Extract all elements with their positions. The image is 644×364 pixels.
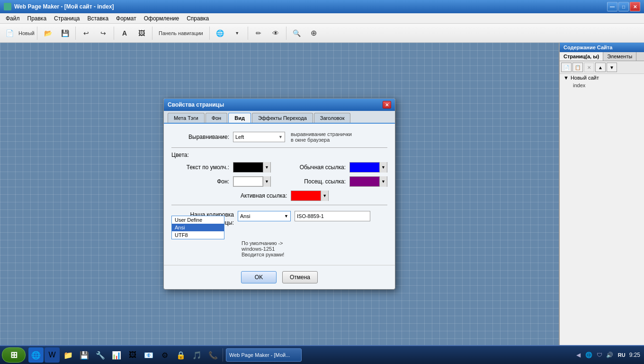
visited-link-arrow[interactable]: ▼ (379, 176, 387, 187)
visited-link-label: Посещ. ссылка: (304, 178, 346, 185)
tab-effects[interactable]: Эффекты Перехода (252, 113, 313, 123)
systray: ◀ 🌐 🛡 🔊 RU 9:25 (574, 351, 642, 359)
menu-page[interactable]: Страница (50, 14, 83, 23)
publish-arrow-button[interactable]: ▼ (230, 26, 245, 41)
background-row: Фон: ▼ (171, 176, 296, 187)
right-tab-pages[interactable]: Страниц(а, ы) (560, 52, 603, 61)
colors-label: Цвета: (171, 152, 189, 158)
tab-view[interactable]: Вид (228, 113, 251, 123)
taskbar-app9[interactable]: 📧 (141, 347, 156, 363)
taskbar-app10[interactable]: ⚙ (157, 347, 172, 363)
enc-option-user-define[interactable]: User Define (172, 216, 224, 224)
publish-button[interactable]: 🌐 (213, 26, 228, 41)
taskbar-app6[interactable]: 🔧 (93, 347, 108, 363)
active-link-arrow[interactable]: ▼ (321, 191, 328, 201)
edit-button[interactable]: ✏ (251, 26, 266, 41)
tree-site-parent: ▼ Новый сайт (560, 74, 644, 82)
active-link-picker[interactable]: ▼ (291, 191, 329, 201)
nav-panel-button[interactable]: Панель навигации (155, 26, 206, 41)
redo-button[interactable]: ↪ (96, 26, 111, 41)
rp-down-button[interactable]: ▼ (607, 63, 617, 72)
taskbar-app12[interactable]: 🎵 (189, 347, 205, 363)
encoding-combo[interactable]: Ansi ▼ (238, 211, 291, 221)
rp-new-button[interactable]: 📄 (561, 63, 572, 72)
systray-arrow[interactable]: ◀ (574, 351, 583, 359)
normal-link-picker[interactable]: ▼ (349, 162, 387, 173)
encoding-field[interactable]: ISO-8859-1 (295, 211, 370, 221)
image-button[interactable]: 🖼 (134, 26, 149, 41)
tree-page-index[interactable]: index (560, 82, 644, 89)
taskbar-app13[interactable]: 📞 (206, 347, 221, 363)
rp-copy-button[interactable]: 📋 (572, 63, 583, 72)
alignment-combo[interactable]: Left ▼ (233, 132, 285, 142)
window-close-button[interactable]: ✕ (630, 2, 640, 11)
encoding-dropdown: User Define Ansi UTF8 (171, 216, 224, 239)
ok-button[interactable]: OK (241, 271, 277, 283)
menu-help[interactable]: Справка (183, 14, 213, 23)
canvas-area[interactable]: Свойства страницы ✕ Мета Тэги Фон Вид Эф… (0, 43, 559, 345)
menu-format[interactable]: Формат (112, 14, 140, 23)
new-page-button[interactable]: 📄 (2, 26, 17, 41)
toolbar-separator-3 (114, 27, 114, 40)
start-icon: ⊞ (10, 350, 18, 360)
taskbar-word[interactable]: W (45, 347, 60, 363)
text-default-picker[interactable]: ▼ (233, 162, 271, 173)
start-button[interactable]: ⊞ (2, 347, 26, 363)
rp-delete-button[interactable]: ✕ (584, 63, 594, 72)
text-default-label: Текст по умолч.: (171, 164, 233, 171)
dialog-overlay: Свойства страницы ✕ Мета Тэги Фон Вид Эф… (0, 43, 559, 345)
background-picker[interactable]: ▼ (233, 176, 271, 187)
taskbar-app8[interactable]: 🖼 (125, 347, 140, 363)
tab-bg[interactable]: Фон (206, 113, 228, 123)
right-tab-elements[interactable]: Элементы (603, 52, 636, 61)
taskbar-app7[interactable]: 📊 (109, 347, 124, 363)
rp-up-button[interactable]: ▲ (595, 63, 606, 72)
save-button[interactable]: 💾 (57, 26, 72, 41)
menu-file[interactable]: Файл (2, 14, 24, 23)
menu-insert[interactable]: Вставка (83, 14, 112, 23)
visited-link-picker[interactable]: ▼ (349, 176, 387, 187)
dialog-close-button[interactable]: ✕ (383, 101, 391, 109)
right-panel-toolbar: 📄 📋 ✕ ▲ ▼ (560, 61, 644, 74)
systray-time: 9:25 (629, 352, 640, 358)
tab-header[interactable]: Заголовок (314, 113, 351, 123)
new-button[interactable]: Новый (19, 26, 34, 41)
taskbar-explorer[interactable]: 📁 (61, 347, 76, 363)
taskbar-open-webmaker[interactable]: Web Page Maker - [Мой... (226, 348, 302, 362)
minimize-button[interactable]: — (607, 2, 617, 11)
systray-security[interactable]: 🛡 (595, 351, 604, 359)
menu-design[interactable]: Оформление (140, 14, 183, 23)
open-button[interactable]: 📂 (40, 26, 55, 41)
menu-edit[interactable]: Правка (24, 14, 51, 23)
tab-meta[interactable]: Мета Тэги (168, 113, 205, 123)
encoding-section: Наша кодировка страницы: Ansi ▼ User Def… (171, 205, 387, 257)
enc-option-utf8[interactable]: UTF8 (172, 231, 224, 239)
taskbar-app5[interactable]: 💾 (77, 347, 92, 363)
window-title: Web Page Maker - [Мой сайт - index] (14, 3, 607, 10)
colors-section: Цвета: (171, 152, 387, 158)
alignment-desc-line2: в окне браузера (291, 137, 352, 143)
enc-option-ansi[interactable]: Ansi (172, 224, 224, 231)
tree-expand-icon: ▼ (564, 75, 569, 81)
taskbar-app11[interactable]: 🔒 (173, 347, 188, 363)
preview-button[interactable]: 👁 (268, 26, 283, 41)
systray-network[interactable]: 🌐 (585, 351, 593, 359)
undo-button[interactable]: ↩ (79, 26, 94, 41)
taskbar-ie[interactable]: 🌐 (28, 347, 44, 363)
background-label: Фон: (171, 178, 233, 185)
active-link-swatch (291, 191, 321, 200)
text-default-arrow[interactable]: ▼ (263, 162, 270, 173)
background-arrow[interactable]: ▼ (263, 176, 270, 187)
cancel-button[interactable]: Отмена (282, 271, 318, 283)
zoom-in-button[interactable]: ⊕ (306, 26, 322, 41)
maximize-button[interactable]: □ (618, 2, 629, 11)
normal-link-swatch (350, 163, 379, 172)
systray-lang[interactable]: RU (618, 352, 626, 358)
taskbar: ⊞ 🌐 W 📁 💾 🔧 📊 🖼 📧 ⚙ 🔒 🎵 📞 Web Page Maker… (0, 345, 644, 364)
zoom-button[interactable]: 🔍 (289, 26, 304, 41)
systray-volume[interactable]: 🔊 (606, 351, 614, 359)
right-panel: Содержание Сайта Страниц(а, ы) Элементы … (559, 43, 644, 345)
text-button[interactable]: A (117, 26, 132, 41)
site-name: Новый сайт (571, 75, 599, 81)
normal-link-arrow[interactable]: ▼ (379, 162, 387, 173)
